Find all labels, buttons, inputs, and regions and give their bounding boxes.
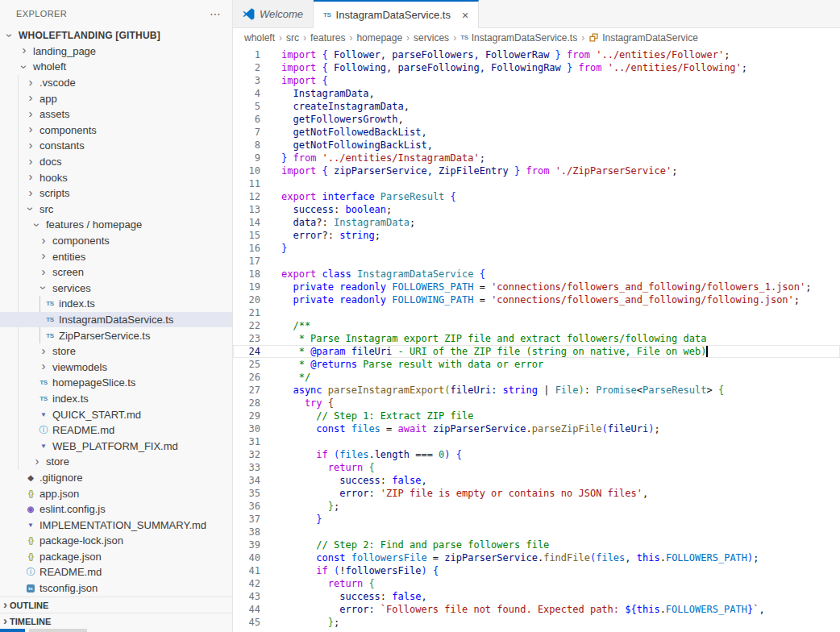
- code-line-21[interactable]: 21: [233, 306, 840, 319]
- code-editor[interactable]: 1import { Follower, parseFollowers, Foll…: [233, 47, 840, 632]
- code-line-14[interactable]: 14 data?: InstagramData;: [233, 216, 840, 229]
- breadcrumb-item-services[interactable]: services: [414, 32, 449, 44]
- code-line-26[interactable]: 26 */: [233, 371, 840, 384]
- code-line-42[interactable]: 42 return {: [233, 577, 840, 590]
- code-line-31[interactable]: 31: [233, 435, 840, 448]
- code-line-39[interactable]: 39 // Step 2: Find and parse followers f…: [233, 538, 840, 551]
- code-line-3[interactable]: 3import {: [233, 74, 840, 87]
- outline-section-header[interactable]: › OUTLINE: [0, 597, 232, 613]
- tab-instagramdataservice-ts[interactable]: TSInstagramDataService.ts×: [314, 0, 479, 28]
- tree-item-package-json[interactable]: {}package.json: [0, 549, 232, 565]
- code-line-1[interactable]: 1import { Follower, parseFollowers, Foll…: [233, 48, 840, 61]
- code-line-4[interactable]: 4 InstagramData,: [233, 87, 840, 100]
- code-line-6[interactable]: 6 getFollowersGrowth,: [233, 113, 840, 126]
- tree-item-package-lock-json[interactable]: {}package-lock.json: [0, 533, 232, 549]
- code-line-28[interactable]: 28 try {: [233, 397, 840, 410]
- timeline-section-header[interactable]: › TIMELINE: [0, 613, 232, 629]
- tree-item-zipparserservice-ts[interactable]: TSZipParserService.ts: [0, 327, 232, 343]
- tree-item-web-platform-fix-md[interactable]: ▼WEB_PLATFORM_FIX.md: [0, 438, 232, 454]
- tree-item-store[interactable]: ›store: [0, 454, 232, 470]
- tree-item-components[interactable]: ›components: [0, 233, 232, 249]
- tree-item-store[interactable]: ›store: [0, 343, 232, 360]
- tree-item-components[interactable]: ›components: [0, 123, 232, 139]
- tree-item-wholeftlanding-github[interactable]: ›WHOLEFTLANDING [GITHUB]: [0, 27, 232, 44]
- tree-item-wholeft[interactable]: ›wholeft: [0, 59, 232, 75]
- code-line-19[interactable]: 19 private readonly FOLLOWERS_PATH = 'co…: [233, 281, 840, 293]
- tree-item-constants[interactable]: ›constants: [0, 138, 232, 154]
- sidebar-hscrollbar-thumb[interactable]: [29, 629, 87, 632]
- breadcrumb-item-features[interactable]: features: [310, 32, 345, 44]
- code-line-35[interactable]: 35 error: 'ZIP file is empty or contains…: [233, 487, 840, 500]
- tree-item-quick-start-md[interactable]: ▼QUICK_START.md: [0, 406, 232, 422]
- breadcrumb-item-wholeft[interactable]: wholeft: [244, 32, 275, 44]
- tree-item-src[interactable]: ›src: [0, 202, 232, 218]
- breadcrumb-item-src[interactable]: src: [286, 32, 299, 44]
- tree-item-homepageslice-ts[interactable]: TShomepageSlice.ts: [0, 375, 232, 391]
- tree-item-label: entities: [52, 251, 85, 263]
- code-line-9[interactable]: 9} from '../entities/InstagramData';: [233, 152, 840, 164]
- tree-item-readme-md[interactable]: ⓘREADME.md: [0, 564, 232, 580]
- code-line-44[interactable]: 44 error: `Followers file not found. Exp…: [233, 603, 840, 616]
- code-line-5[interactable]: 5 createInstagramData,: [233, 100, 840, 113]
- code-line-10[interactable]: 10import { zipParserService, ZipFileEntr…: [233, 164, 840, 177]
- code-line-24[interactable]: 24 * @param fileUri - URI of the ZIP fil…: [233, 345, 840, 358]
- code-line-32[interactable]: 32 if (files.length === 0) {: [233, 448, 840, 461]
- code-line-38[interactable]: 38: [233, 526, 840, 538]
- tree-item-assets[interactable]: ›assets: [0, 106, 232, 123]
- tree-item-entities[interactable]: ›entities: [0, 248, 232, 264]
- tab-welcome[interactable]: Welcome: [233, 0, 314, 27]
- code-line-20[interactable]: 20 private readonly FOLLOWING_PATH = 'co…: [233, 293, 840, 306]
- breadcrumb-item-file[interactable]: TSInstagramDataService.ts: [460, 32, 577, 44]
- code-line-34[interactable]: 34 success: false,: [233, 474, 840, 487]
- code-line-36[interactable]: 36 };: [233, 500, 840, 513]
- code-line-27[interactable]: 27 async parseInstagramExport(fileUri: s…: [233, 384, 840, 397]
- code-line-11[interactable]: 11: [233, 177, 840, 190]
- code-line-29[interactable]: 29 // Step 1: Extract ZIP file: [233, 410, 840, 422]
- code-line-16[interactable]: 16}: [233, 242, 840, 255]
- code-line-22[interactable]: 22 /**: [233, 319, 840, 332]
- tree-item-implementation-summary-md[interactable]: ▼IMPLEMENTATION_SUMMARY.md: [0, 517, 232, 533]
- tree-item-app[interactable]: ›app: [0, 90, 232, 106]
- tree-item-gitignore[interactable]: ◆.gitignore: [0, 470, 232, 486]
- breadcrumb-item-symbol[interactable]: InstagramDataService: [588, 32, 698, 44]
- tree-item-features-homepage[interactable]: ›features / homepage: [0, 217, 232, 233]
- tree-item-index-ts[interactable]: TSindex.ts: [0, 391, 232, 407]
- tree-item-tsconfig-json[interactable]: tstsconfig.json: [0, 580, 232, 597]
- tree-item-scripts[interactable]: ›scripts: [0, 185, 232, 202]
- tree-item-instagramdataservice-ts[interactable]: TSInstagramDataService.ts: [0, 312, 232, 328]
- code-line-30[interactable]: 30 const files = await zipParserService.…: [233, 422, 840, 435]
- tree-item-screen[interactable]: ›screen: [0, 264, 232, 281]
- tree-item-label: WHOLEFTLANDING [GITHUB]: [19, 30, 160, 41]
- close-icon[interactable]: ×: [462, 9, 468, 22]
- tree-item-index-ts[interactable]: TSindex.ts: [0, 296, 232, 312]
- code-line-41[interactable]: 41 if (!followersFile) {: [233, 564, 840, 577]
- tree-item-label: app: [40, 93, 57, 105]
- tree-item-eslint-config-js[interactable]: ◉eslint.config.js: [0, 501, 232, 518]
- code-line-23[interactable]: 23 * Parse Instagram export ZIP file and…: [233, 332, 840, 345]
- tree-item-services[interactable]: ›services: [0, 281, 232, 297]
- code-line-12[interactable]: 12export interface ParseResult {: [233, 190, 840, 203]
- code-line-43[interactable]: 43 success: false,: [233, 590, 840, 603]
- code-line-45[interactable]: 45 };: [233, 616, 840, 629]
- tree-item-hooks[interactable]: ›hooks: [0, 169, 232, 185]
- line-number: 30: [233, 423, 270, 434]
- tree-item-landing-page[interactable]: ›landing_page: [0, 44, 232, 60]
- code-line-2[interactable]: 2import { Following, parseFollowing, Fol…: [233, 61, 840, 74]
- tree-item-app-json[interactable]: {}app.json: [0, 485, 232, 501]
- code-line-18[interactable]: 18export class InstagramDataService {: [233, 268, 840, 281]
- code-line-37[interactable]: 37 }: [233, 513, 840, 526]
- code-line-25[interactable]: 25 * @returns Parse result with data or …: [233, 358, 840, 371]
- tree-item-viewmodels[interactable]: ›viewmodels: [0, 359, 232, 375]
- code-line-8[interactable]: 8 getNotFollowingBackList,: [233, 139, 840, 152]
- code-line-40[interactable]: 40 const followersFile = zipParserServic…: [233, 551, 840, 564]
- tree-item-readme-md[interactable]: ⓘREADME.md: [0, 422, 232, 439]
- code-line-15[interactable]: 15 error?: string;: [233, 229, 840, 242]
- code-line-17[interactable]: 17: [233, 255, 840, 268]
- tree-item-docs[interactable]: ›docs: [0, 154, 232, 170]
- tree-item-vscode[interactable]: ›.vscode: [0, 75, 232, 91]
- code-line-33[interactable]: 33 return {: [233, 461, 840, 474]
- more-actions-icon[interactable]: ⋯: [210, 8, 221, 19]
- breadcrumb-item-homepage[interactable]: homepage: [356, 32, 402, 44]
- code-line-13[interactable]: 13 success: boolean;: [233, 203, 840, 216]
- code-line-7[interactable]: 7 getNotFollowedBackList,: [233, 126, 840, 139]
